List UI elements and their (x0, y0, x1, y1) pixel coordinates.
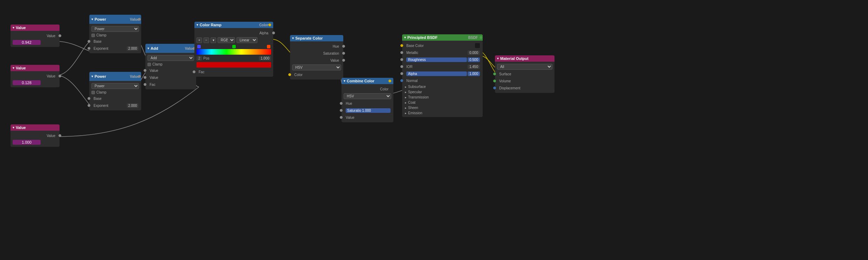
ramp-remove-btn[interactable]: − (204, 37, 209, 43)
color-ramp-color-socket[interactable] (268, 23, 271, 26)
principled-base-color-socket[interactable] (400, 44, 403, 47)
color-ramp-fac-row: Fac (194, 68, 273, 75)
color-ramp-fac-socket[interactable] (193, 70, 195, 73)
ramp-menu-btn[interactable]: ▾ (211, 37, 216, 43)
principled-alpha-field[interactable]: Alpha (406, 71, 467, 76)
power1-exp-socket[interactable] (88, 47, 90, 50)
value-node-2-header[interactable]: ▾ Value (11, 65, 60, 71)
subsurface-label: Subsurface (408, 85, 426, 89)
power1-type-dropdown[interactable]: Power (91, 26, 139, 32)
value-node-3-header[interactable]: ▾ Value (11, 124, 60, 131)
material-output-header[interactable]: ▾ Material Output (495, 55, 554, 62)
power-node-2-header[interactable]: ▾ Power Value (89, 72, 141, 81)
principled-roughness-field[interactable]: Roughness (406, 57, 467, 62)
add-node-header[interactable]: ▾ Add Value (145, 44, 196, 53)
mat-out-all-dropdown[interactable]: All (497, 64, 552, 70)
comb-sat-field[interactable]: Saturatio 1.000 (346, 108, 391, 113)
principled-emission-row[interactable]: ▸ Emission (402, 110, 483, 116)
principled-subsurface-row[interactable]: ▸ Subsurface (402, 84, 483, 89)
base-color-swatch[interactable] (475, 43, 480, 48)
power1-output-socket[interactable] (138, 18, 141, 21)
principled-alpha-socket[interactable] (400, 72, 403, 75)
add-collapse-icon: ▾ (147, 47, 149, 50)
color-ramp-alpha-socket[interactable] (272, 32, 275, 34)
power2-type-dropdown[interactable]: Power (91, 83, 139, 89)
principled-alpha-val[interactable]: 1.000 (468, 71, 480, 76)
ramp-stop-green[interactable] (232, 45, 236, 48)
sep-color-socket[interactable] (288, 73, 291, 76)
principled-ior-label: IOR (406, 65, 468, 69)
ramp-interp-dropdown[interactable]: Linear (236, 37, 257, 43)
material-output-node: ▾ Material Output All Surface Volume Dis… (495, 55, 554, 93)
comb-hue-socket[interactable] (340, 102, 343, 105)
sep-sat-socket[interactable] (342, 52, 345, 55)
value-input-2[interactable]: 0.128 (13, 80, 41, 85)
sep-hue-row: Hue (290, 43, 343, 50)
ramp-stop-blue[interactable] (197, 45, 201, 48)
add-type-dropdown[interactable]: Add (147, 55, 194, 61)
power-node-1-header[interactable]: ▾ Power Value (89, 15, 141, 24)
power2-exp-value[interactable]: 2.000 (127, 103, 138, 108)
comb-color-label: Color (380, 87, 388, 91)
add-value2-socket[interactable] (144, 76, 146, 79)
add-value2-row: Value (145, 74, 196, 81)
sep-mode-dropdown[interactable]: HSV (292, 64, 341, 70)
add-clamp-checkbox[interactable] (147, 63, 151, 66)
ramp-count[interactable]: 2 (197, 56, 202, 61)
comb-mode-dropdown[interactable]: HSV (344, 93, 391, 99)
ramp-pos-value[interactable]: 1.000 (259, 56, 271, 61)
power2-exp-label: Exponent (94, 104, 127, 108)
power2-clamp-checkbox[interactable] (91, 91, 95, 94)
value-output-socket-3[interactable] (58, 134, 61, 137)
principled-transmission-row[interactable]: ▸ Transmission (402, 95, 483, 100)
power1-base-socket[interactable] (88, 40, 90, 43)
sep-hue-socket[interactable] (342, 45, 345, 48)
power-node-1-title: Power (95, 17, 106, 21)
ramp-add-btn[interactable]: + (197, 37, 202, 43)
comb-color-out-socket[interactable] (388, 80, 391, 82)
principled-ior-socket[interactable] (400, 65, 403, 68)
sep-val-socket[interactable] (342, 59, 345, 62)
value-output-socket-2[interactable] (58, 75, 61, 77)
power2-exp-socket[interactable] (88, 104, 90, 107)
comb-sat-socket[interactable] (340, 109, 343, 112)
value-input-1[interactable]: 0.942 (13, 40, 41, 45)
principled-normal-row: Normal (402, 77, 483, 84)
power2-output-socket[interactable] (138, 75, 141, 78)
add-value-row: Value (145, 67, 196, 74)
power-node-1: ▾ Power Value Power Clamp Base Exponent … (89, 15, 141, 53)
mat-out-displacement-socket[interactable] (493, 87, 496, 89)
separate-color-header[interactable]: ▾ Separate Color (290, 35, 343, 41)
principled-specular-row[interactable]: ▸ Specular (402, 89, 483, 95)
ramp-stop-red[interactable] (267, 45, 270, 48)
sep-hue-label: Hue (333, 45, 339, 48)
principled-roughness-socket[interactable] (400, 58, 403, 61)
principled-metallic-socket[interactable] (400, 51, 403, 54)
power2-base-socket[interactable] (88, 97, 90, 100)
emission-label: Emission (408, 111, 422, 115)
ramp-mode-dropdown[interactable]: RGB (218, 37, 235, 43)
principled-metallic-val[interactable]: 0.000 (468, 50, 480, 55)
principled-sheen-row[interactable]: ▸ Sheen (402, 105, 483, 110)
value-output-socket-1[interactable] (58, 34, 61, 37)
principled-bsdf-socket[interactable] (480, 36, 482, 39)
mat-out-volume-socket[interactable] (493, 80, 496, 82)
color-ramp-header[interactable]: ▾ Color Ramp Color (194, 22, 273, 28)
value-node-1-header[interactable]: ▾ Value (11, 25, 60, 31)
principled-roughness-val[interactable]: 0.500 (468, 57, 480, 62)
comb-val-socket[interactable] (340, 116, 343, 119)
value-input-3[interactable]: 1.000 (13, 140, 41, 145)
add-value-socket[interactable] (144, 69, 146, 72)
principled-normal-socket[interactable] (400, 79, 403, 82)
combine-color-header[interactable]: ▾ Combine Color (342, 78, 393, 84)
add-fac-socket[interactable] (144, 83, 146, 86)
mat-out-surface-socket[interactable] (493, 73, 496, 75)
power1-exp-value[interactable]: 2.000 (127, 46, 138, 51)
principled-coat-row[interactable]: ▸ Coat (402, 100, 483, 105)
principled-metallic-label: Metallic (406, 51, 468, 55)
specular-expand-icon: ▸ (405, 90, 407, 94)
combine-color-node: ▾ Combine Color Color HSV Hue Saturatio … (342, 78, 393, 122)
principled-header[interactable]: ▾ Principled BSDF BSDF (402, 34, 483, 41)
power1-clamp-checkbox[interactable] (91, 34, 95, 37)
principled-ior-val[interactable]: 1.450 (468, 64, 480, 69)
